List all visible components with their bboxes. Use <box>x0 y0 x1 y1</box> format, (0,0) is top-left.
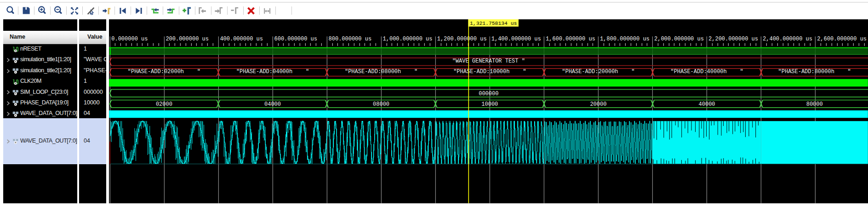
svg-text:2,200.000000 us: 2,200.000000 us <box>708 35 758 42</box>
svg-text:1,200.000000 us: 1,200.000000 us <box>437 35 487 42</box>
svg-text:1,321.758134 us: 1,321.758134 us <box>470 21 517 26</box>
svg-text:10000: 10000 <box>482 101 498 107</box>
svg-text:800.000000 us: 800.000000 us <box>329 35 372 42</box>
svg-text:"PHASE-ADD:02000h ": "PHASE-ADD:02000h " <box>128 69 200 75</box>
svg-text:"PHASE-ADD:40000h ": "PHASE-ADD:40000h " <box>671 69 743 75</box>
svg-text:"PHASE-ADD:08000h ": "PHASE-ADD:08000h " <box>345 69 417 75</box>
svg-text:600.000000 us: 600.000000 us <box>274 35 318 42</box>
svg-text:1,800.000000 us: 1,800.000000 us <box>600 35 650 42</box>
svg-text:04000: 04000 <box>264 101 281 107</box>
svg-text:1,600.000000 us: 1,600.000000 us <box>546 35 595 42</box>
svg-text:200.000000 us: 200.000000 us <box>166 35 209 42</box>
svg-text:02000: 02000 <box>156 101 172 107</box>
svg-text:2,600.000000 us: 2,600.000000 us <box>817 35 867 42</box>
svg-text:0.000000 us: 0.000000 us <box>111 35 148 42</box>
svg-text:40000: 40000 <box>699 101 715 107</box>
svg-text:000000: 000000 <box>479 90 498 97</box>
svg-text:"WAVE GENERATOR TEST ": "WAVE GENERATOR TEST " <box>452 58 525 64</box>
svg-text:"PHASE-ADD:04000h ": "PHASE-ADD:04000h " <box>236 69 309 75</box>
svg-text:"PHASE-ADD:20000h ": "PHASE-ADD:20000h " <box>562 69 634 75</box>
svg-text:"PHASE-ADD:10000h ": "PHASE-ADD:10000h " <box>453 69 526 75</box>
svg-text:"PHASE-ADD:80000h ": "PHASE-ADD:80000h " <box>778 69 851 75</box>
svg-text:2,000.000000 us: 2,000.000000 us <box>654 35 704 42</box>
svg-text:80000: 80000 <box>806 101 823 107</box>
svg-text:1,400.000000 us: 1,400.000000 us <box>491 35 541 42</box>
svg-text:08000: 08000 <box>373 101 389 107</box>
svg-text:2,400.000000 us: 2,400.000000 us <box>763 35 812 42</box>
svg-text:400.000000 us: 400.000000 us <box>220 35 263 42</box>
svg-text:1,000.000000 us: 1,000.000000 us <box>383 35 433 42</box>
svg-text:20000: 20000 <box>590 101 607 107</box>
